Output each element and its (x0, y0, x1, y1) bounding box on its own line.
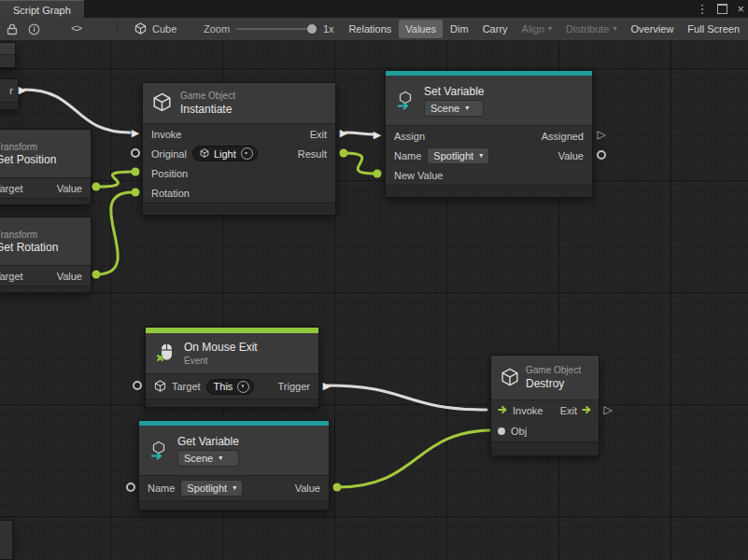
node-destroy[interactable]: Game Object Destroy Invoke Exit Obj (490, 355, 600, 456)
game-object-icon (501, 368, 519, 388)
mouse-exit-icon (155, 343, 176, 365)
node-fragment-event[interactable]: r (0, 78, 19, 109)
dim-button[interactable]: Dim (444, 20, 475, 38)
flow-in-arrow-icon[interactable] (498, 405, 508, 416)
unity-script-graph-window: Script Graph ⋮ × <> Cube Zoom (0, 0, 748, 560)
node-title: Instantiate (180, 103, 235, 116)
port-mouse-exit-target-input[interactable] (133, 381, 142, 390)
node-resize-strip (386, 185, 592, 197)
port-get-variable-name-input[interactable] (126, 483, 135, 492)
node-category: Transform (0, 142, 37, 152)
port-get-variable-value-output[interactable] (333, 483, 342, 492)
zoom-value: 1x (323, 18, 334, 40)
port-destroy-exit-output[interactable]: ▷ (603, 404, 612, 415)
port-instantiate-rotation-input[interactable] (132, 189, 140, 197)
lock-icon[interactable] (7, 18, 18, 40)
obj-port-dot[interactable] (498, 427, 505, 435)
port-set-variable-assigned-output[interactable]: ▷ (597, 129, 605, 140)
zoom-slider-handle[interactable] (307, 24, 317, 34)
port-set-variable-assign-input[interactable]: ▶ (374, 130, 381, 140)
port-label-assign: Assign (394, 131, 425, 142)
node-fragment-top[interactable] (0, 42, 16, 68)
node-resize-strip (0, 198, 91, 204)
tab-menu-icon[interactable]: ⋮ (696, 3, 708, 15)
tab-title: Script Graph (13, 5, 71, 16)
toolbar-separator (117, 21, 118, 36)
variable-kind-dropdown[interactable]: Scene ▾ (177, 450, 239, 467)
maximize-icon[interactable] (717, 4, 727, 14)
object-field-this[interactable]: This (206, 379, 255, 395)
chevron-down-icon: ▾ (548, 25, 552, 33)
port-label-name: Name (394, 150, 421, 161)
node-fragment-bottom[interactable] (0, 520, 13, 560)
node-instantiate[interactable]: Game Object Instantiate Invoke Exit Orig… (142, 82, 336, 216)
variable-kind-dropdown[interactable]: Scene ▾ (424, 100, 484, 117)
window-controls: ⋮ × (696, 0, 744, 18)
close-icon[interactable]: × (737, 3, 744, 15)
variable-name-dropdown[interactable]: Spotlight ▾ (427, 147, 489, 164)
port-set-variable-value-output[interactable] (597, 150, 606, 160)
port-label-value: Value (558, 150, 584, 161)
node-on-mouse-exit[interactable]: On Mouse Exit Event Target This Trigger (145, 327, 319, 408)
node-title: Get Position (0, 153, 56, 166)
distribute-button[interactable]: Distribute ▾ (559, 20, 623, 38)
node-title: Get Rotation (0, 241, 58, 254)
port-label-original: Original (151, 148, 187, 160)
object-picker-icon[interactable] (237, 381, 249, 393)
variable-name-dropdown[interactable]: Spotlight ▾ (180, 480, 243, 497)
port-instantiate-exit-output[interactable]: ▶ (340, 128, 347, 138)
node-set-variable[interactable]: Set Variable Scene ▾ Assign Assigned Nam… (385, 70, 593, 198)
node-subtitle: Event (184, 356, 258, 366)
zoom-slider[interactable] (236, 18, 317, 40)
port-label-value: Value (57, 183, 82, 194)
port-instantiate-position-input[interactable] (132, 168, 140, 176)
info-icon[interactable] (28, 18, 40, 40)
object-field-value: Light (214, 148, 236, 160)
port-instantiate-result-output[interactable] (340, 149, 348, 158)
node-resize-strip (146, 399, 318, 407)
port-mouse-exit-trigger-output[interactable]: ▶ (323, 381, 331, 391)
port-instantiate-original-input[interactable] (131, 148, 140, 158)
overview-button[interactable]: Overview (625, 20, 681, 38)
port-label-trigger: Trigger (278, 381, 310, 392)
port-label-target: Target (0, 271, 23, 282)
port-label-assigned: Assigned (542, 131, 584, 142)
zoom-slider-track[interactable] (236, 28, 317, 30)
port-get-rotation-value-output[interactable] (92, 271, 101, 279)
port-fragment-trigger-output[interactable]: ▶ (19, 85, 26, 95)
port-label-rotation: Rotation (151, 188, 190, 199)
node-category: Transform (0, 230, 37, 240)
chevron-down-icon: ▾ (479, 152, 483, 160)
chevron-down-icon: ▾ (614, 25, 617, 33)
port-label-value: Value (57, 271, 82, 282)
object-picker-icon[interactable] (241, 147, 253, 160)
node-get-rotation[interactable]: Transform Get Rotation Target Value (0, 217, 92, 293)
node-resize-strip (139, 500, 329, 510)
flow-out-arrow-icon[interactable] (582, 405, 592, 416)
port-label-result: Result (298, 148, 327, 160)
node-category: Game Object (526, 365, 581, 375)
port-label-target: Target (172, 381, 201, 392)
values-button[interactable]: Values (399, 20, 443, 38)
cube-icon (200, 148, 209, 160)
full-screen-button[interactable]: Full Screen (681, 20, 746, 38)
cube-icon (134, 22, 147, 36)
graph-owner-label: Cube (152, 23, 176, 35)
code-preview-icon[interactable]: <> (71, 18, 81, 40)
carry-button[interactable]: Carry (476, 20, 515, 38)
port-set-variable-new-value-input[interactable] (374, 170, 382, 178)
graph-owner[interactable]: Cube (134, 18, 176, 40)
cube-icon (154, 380, 166, 394)
node-title: On Mouse Exit (184, 341, 258, 354)
node-get-position[interactable]: Transform Get Position Target Value (0, 129, 92, 205)
tab-script-graph[interactable]: Script Graph (0, 0, 84, 19)
object-field-light[interactable]: Light (192, 146, 258, 161)
align-button[interactable]: Align ▾ (515, 20, 558, 38)
relations-button[interactable]: Relations (342, 20, 398, 38)
node-resize-strip (0, 286, 91, 292)
port-label-invoke: Invoke (151, 129, 181, 140)
port-get-position-value-output[interactable] (92, 183, 101, 191)
node-get-variable[interactable]: Get Variable Scene ▾ Name Spotlight ▾ Va… (138, 420, 330, 511)
port-label-position: Position (151, 168, 188, 179)
port-instantiate-invoke-input[interactable]: ▶ (132, 128, 139, 138)
